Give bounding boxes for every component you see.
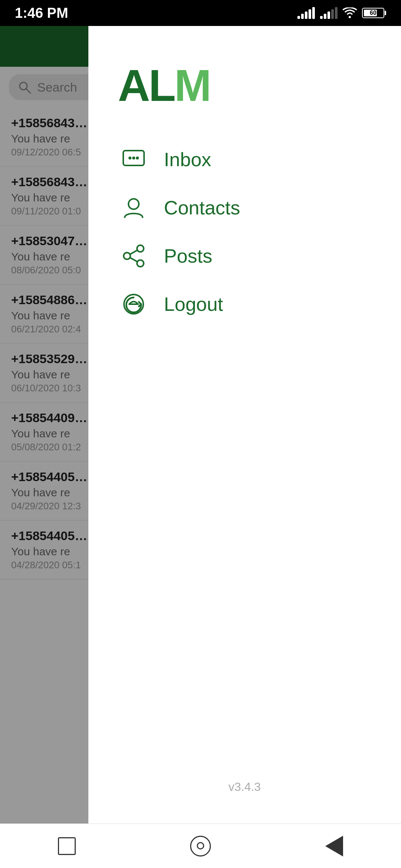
battery-icon: 60: [362, 8, 386, 18]
app-version: v3.4.3: [228, 780, 261, 794]
battery-level: 60: [370, 10, 376, 16]
signal-icon-1: [297, 7, 315, 19]
svg-point-0: [349, 16, 351, 18]
status-bar: 1:46 PM: [0, 0, 401, 26]
nav-home-button[interactable]: [188, 833, 213, 859]
chat-icon: [122, 148, 146, 171]
triangle-icon: [325, 836, 343, 857]
circle-icon: [190, 836, 211, 857]
logout-icon: [122, 292, 146, 316]
sidebar-item-posts[interactable]: Posts: [118, 234, 379, 278]
sidebar-item-contacts[interactable]: Contacts: [118, 185, 379, 230]
wifi-icon: [343, 7, 357, 19]
sidebar-item-label-logout: Logout: [164, 293, 223, 315]
svg-point-8: [137, 245, 144, 252]
svg-point-7: [128, 199, 139, 209]
nav-recents-button[interactable]: [321, 833, 347, 859]
sidebar-item-logout[interactable]: Logout: [118, 282, 379, 326]
logo-al: AL: [118, 60, 175, 110]
app-logo: ALM: [118, 63, 210, 108]
svg-point-10: [137, 260, 144, 267]
share-icon: [122, 244, 146, 268]
signal-icon-2: [320, 7, 338, 19]
nav-back-button[interactable]: [54, 833, 80, 859]
sidebar-item-label-posts: Posts: [164, 245, 212, 267]
app-container: Search +15856843… You have re 09/12/2020…: [0, 26, 401, 823]
svg-point-9: [124, 253, 130, 259]
status-icons: 60: [297, 7, 386, 19]
sidebar-item-label-inbox: Inbox: [164, 148, 211, 171]
svg-line-12: [130, 258, 137, 262]
sidebar-item-inbox[interactable]: Inbox: [118, 137, 379, 182]
logo-text: ALM: [118, 63, 210, 108]
logo-m: M: [175, 60, 210, 110]
person-icon: [122, 196, 146, 220]
circle-inner-icon: [197, 842, 204, 849]
nav-drawer: ALM Inbox: [88, 26, 401, 823]
svg-line-11: [130, 250, 137, 254]
square-icon: [58, 837, 76, 855]
menu-items: Inbox Contacts: [118, 137, 379, 326]
sidebar-item-label-contacts: Contacts: [164, 197, 240, 219]
bottom-nav: [0, 823, 401, 868]
svg-point-5: [132, 157, 135, 160]
status-time: 1:46 PM: [15, 5, 68, 21]
svg-point-4: [128, 157, 131, 160]
svg-point-6: [136, 157, 139, 160]
